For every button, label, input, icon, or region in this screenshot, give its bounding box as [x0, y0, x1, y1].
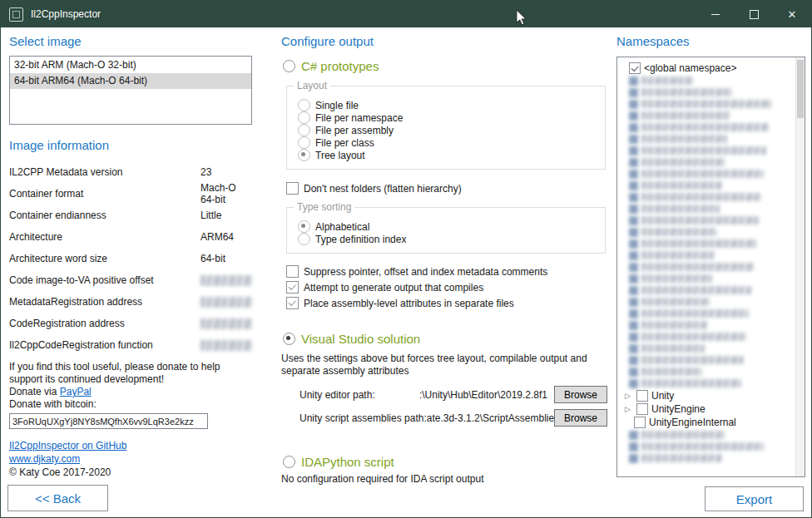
redacted-checkbox [629, 309, 638, 318]
donate-section: If you find this tool useful, please don… [9, 361, 252, 411]
namespace-item-redacted [622, 121, 795, 133]
namespace-label: Unity [651, 390, 674, 402]
expander-icon[interactable]: ▷ [622, 392, 633, 400]
flatten-option[interactable]: Don't nest folders (flatten hierarchy) [286, 182, 607, 195]
layout-radio-icon [298, 99, 310, 111]
namespace-item-redacted [622, 203, 795, 215]
suppress-checkbox[interactable] [286, 265, 299, 278]
minimize-button[interactable] [696, 1, 735, 27]
unity-script-browse-button[interactable]: Browse [554, 409, 607, 427]
namespace-item-redacted [622, 452, 795, 464]
maximize-button[interactable] [735, 1, 773, 27]
info-label: IL2CPP Metadata version [9, 166, 201, 178]
info-label: Architecture word size [9, 253, 201, 264]
unity-editor-path-value[interactable]: :\Unity\Hub\Editor\2019.2.8f1 [375, 389, 554, 401]
namespace-scrollbar[interactable] [795, 57, 805, 476]
redacted-label [641, 309, 749, 318]
website-link[interactable]: www.djkaty.com [9, 453, 80, 465]
namespace-item[interactable]: <global namespace> [622, 62, 795, 75]
maximize-icon [750, 10, 759, 19]
links-section: Il2CppInspector on GitHub www.djkaty.com… [9, 439, 252, 479]
github-link[interactable]: Il2CppInspector on GitHub [9, 440, 126, 451]
sorting-options: AlphabeticalType definition index [298, 220, 597, 245]
redacted-label [641, 100, 771, 108]
layout-option[interactable]: Single file [298, 99, 597, 111]
image-list-item[interactable]: 32-bit ARM (Mach-O 32-bit) [10, 57, 251, 73]
layout-option[interactable]: File per namespace [298, 111, 597, 124]
sorting-option[interactable]: Type definition index [298, 233, 597, 245]
layout-option[interactable]: Tree layout [298, 149, 597, 161]
namespace-item-redacted [622, 284, 795, 296]
visual-studio-description: Uses the settings above but forces tree … [281, 353, 606, 377]
info-value: ARM64 [201, 231, 234, 243]
image-list-item[interactable]: 64-bit ARM64 (Mach-O 64-bit) [10, 73, 251, 89]
info-label: Il2CppCodeRegistration function [9, 339, 201, 351]
csharp-prototypes-radio-icon [283, 60, 295, 72]
compiles-option[interactable]: Attempt to generate output that compiles [286, 281, 607, 294]
scrollbar-thumb[interactable] [797, 60, 804, 118]
info-label: Container format [9, 188, 201, 200]
visual-studio-option[interactable]: Visual Studio solution [283, 332, 607, 346]
layout-option-label: Single file [315, 100, 359, 111]
layout-option[interactable]: File per assembly [298, 124, 597, 136]
idapython-radio-icon [283, 456, 295, 468]
csharp-prototypes-label: C# prototypes [301, 59, 379, 73]
redacted-label [641, 251, 715, 259]
window-controls: ✕ [696, 1, 811, 27]
namespace-item-redacted [622, 75, 795, 86]
suppress-label: Suppress pointer, offset and index metad… [304, 266, 547, 278]
redacted-label [641, 274, 712, 283]
redacted-label [641, 193, 761, 201]
close-button[interactable]: ✕ [773, 1, 811, 27]
layout-radio-icon [298, 124, 310, 136]
back-button[interactable]: << Back [7, 485, 108, 511]
bitcoin-address-input[interactable] [9, 413, 208, 429]
compiles-checkbox[interactable] [286, 281, 299, 294]
export-button[interactable]: Export [705, 486, 804, 511]
sorting-option[interactable]: Alphabetical [298, 220, 597, 233]
namespace-item-redacted [622, 168, 795, 180]
namespace-item[interactable]: ▷UnityEngine [622, 402, 795, 416]
visual-studio-label: Visual Studio solution [301, 332, 420, 346]
redacted-value [201, 318, 252, 329]
unity-editor-browse-button[interactable]: Browse [554, 386, 607, 403]
copyright: © Katy Coe 2017-2020 [9, 466, 252, 479]
namespace-item-redacted [622, 249, 795, 261]
namespace-item[interactable]: ▷Unity [622, 389, 795, 402]
namespace-checkbox[interactable] [636, 403, 648, 415]
attributes-option[interactable]: Place assembly-level attributes in separ… [286, 297, 607, 309]
info-label: MetadataRegistration address [9, 296, 201, 308]
unity-editor-path-row: Unity editor path: :\Unity\Hub\Editor\20… [300, 386, 607, 403]
namespaces-heading: Namespaces [616, 34, 805, 49]
redacted-label [641, 205, 720, 213]
paypal-link[interactable]: PayPal [60, 386, 92, 397]
redacted-label [641, 239, 756, 248]
flatten-checkbox[interactable] [286, 182, 299, 195]
namespace-checkbox[interactable] [634, 417, 646, 428]
namespace-item-redacted [622, 319, 795, 331]
layout-option[interactable]: File per class [298, 136, 597, 149]
image-list[interactable]: 32-bit ARM (Mach-O 32-bit)64-bit ARM64 (… [9, 56, 252, 125]
namespace-item-redacted [622, 238, 795, 249]
redacted-label [641, 431, 725, 439]
csharp-prototypes-option[interactable]: C# prototypes [283, 59, 607, 73]
idapython-option[interactable]: IDAPython script [283, 455, 607, 469]
namespace-item-redacted [622, 441, 795, 452]
layout-option-label: File per assembly [315, 125, 394, 136]
redacted-label [641, 321, 707, 329]
redacted-checkbox [629, 321, 638, 330]
namespace-checkbox[interactable] [629, 62, 641, 74]
namespace-checkbox[interactable] [636, 390, 648, 402]
redacted-label [641, 111, 730, 120]
namespace-item[interactable]: UnityEngineInternal [622, 416, 795, 429]
attributes-checkbox[interactable] [286, 297, 299, 309]
namespace-label: <global namespace> [644, 62, 736, 74]
namespace-item-redacted [622, 191, 795, 203]
unity-script-path-value[interactable]: ate.3d-3.1.2\ScriptAssemblies [427, 412, 554, 424]
minimize-icon [711, 14, 720, 15]
redacted-checkbox [629, 100, 638, 109]
expander-icon[interactable]: ▷ [622, 405, 633, 413]
namespace-item-redacted [622, 133, 795, 145]
namespace-item-redacted [622, 261, 795, 273]
suppress-option[interactable]: Suppress pointer, offset and index metad… [286, 265, 607, 278]
